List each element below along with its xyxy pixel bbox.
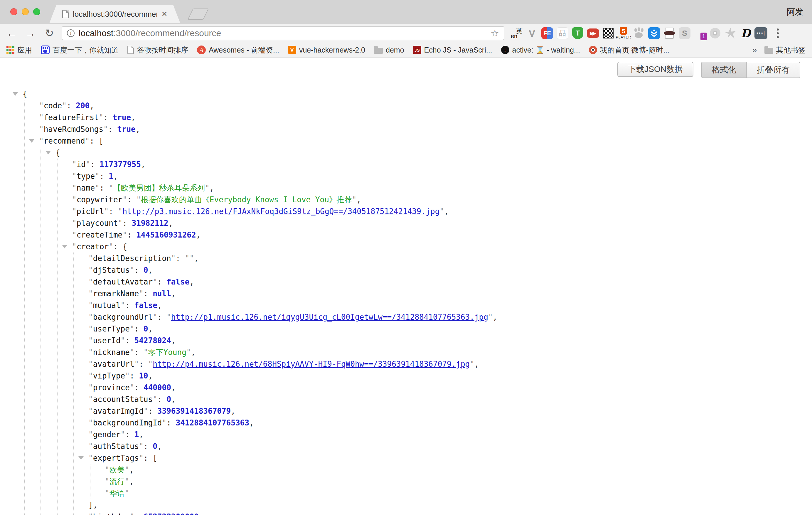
d-letter-icon[interactable]: D — [739, 26, 752, 40]
collapse-triangle-icon[interactable] — [12, 92, 18, 96]
json-key: type — [77, 172, 95, 180]
json-key: authStatus — [93, 442, 139, 451]
tab-title: localhost:3000/recommend/re — [73, 10, 157, 19]
bookmark-label: Echo JS - JavaScri... — [424, 46, 492, 54]
bookmark-star-icon[interactable]: ☆ — [491, 28, 499, 39]
close-window-button[interactable] — [10, 8, 17, 15]
json-line: "name": "【欧美男团】秒杀耳朵系列", — [72, 182, 812, 194]
json-url-link[interactable]: http://p4.music.126.net/68HSpiyAAVY-HI9-… — [153, 360, 470, 369]
zoom-window-button[interactable] — [33, 8, 40, 15]
json-key: creator — [77, 242, 109, 251]
bookmark-label: 我的首页 微博-随时... — [600, 45, 669, 55]
sitemap-icon[interactable]: 品 — [556, 26, 569, 40]
bookmarks-overflow-chevron[interactable]: » — [752, 45, 757, 55]
collapse-triangle-icon[interactable] — [78, 456, 84, 460]
tampermonkey-icon[interactable]: 1 — [693, 26, 706, 40]
json-line: "creator": { — [72, 241, 812, 253]
fe-helper-icon[interactable]: FE — [541, 26, 554, 40]
json-line: "djStatus": 0, — [88, 264, 812, 276]
json-line: "authStatus": 0, — [88, 440, 812, 452]
json-url-link[interactable]: http://p1.music.126.net/iqygU3Uicg_cL00I… — [171, 313, 488, 321]
s-letter-icon[interactable]: S — [678, 26, 691, 40]
bookmark-item[interactable]: 应用 — [6, 45, 32, 55]
json-value: 1 — [109, 172, 113, 180]
bookmark-item[interactable]: JSEcho JS - JavaScri... — [413, 46, 492, 54]
collapse-triangle-icon[interactable] — [62, 245, 67, 249]
json-line: ], — [88, 499, 812, 511]
json-string: 零下Young — [148, 348, 186, 357]
bookmark-label: vue-hackernews-2.0 — [299, 46, 365, 54]
new-tab-button[interactable] — [187, 8, 209, 20]
json-key: playcount — [77, 219, 118, 228]
json-block: "code": 200,"featureFirst": true,"haveRc… — [24, 100, 812, 515]
json-line: "birthday": 652723200000 — [88, 511, 812, 515]
forward-button[interactable]: → — [24, 28, 37, 38]
fast-forward-icon[interactable]: ▶▶ — [586, 26, 600, 40]
page-icon — [127, 46, 134, 54]
baidu-paw-icon — [41, 46, 50, 54]
bookmark-item[interactable]: demo — [374, 46, 404, 54]
json-string: 华语 — [110, 489, 125, 498]
minimize-window-button[interactable] — [22, 8, 29, 15]
json-value: 0 — [144, 266, 148, 275]
json-key: expertTags — [93, 454, 139, 462]
view-mode-segment: 格式化 折叠所有 — [701, 62, 800, 78]
json-line: "copywriter": "根据你喜欢的单曲《Everybody Knows … — [72, 194, 812, 205]
weibo-gray-icon[interactable] — [709, 26, 722, 40]
active-tab[interactable]: localhost:3000/recommend/re ✕ — [49, 5, 180, 23]
url-text: localhost:3000/recommend/resource — [79, 28, 221, 38]
format-button[interactable]: 格式化 — [702, 62, 746, 78]
vue-devtools-icon[interactable]: V — [525, 26, 539, 40]
page-info-icon[interactable]: i — [67, 29, 75, 37]
other-bookmarks-button[interactable]: 其他书签 — [764, 45, 806, 55]
collapse-triangle-icon[interactable] — [46, 151, 51, 154]
json-block: "欧美","流行","华语" — [90, 464, 812, 499]
bookmark-item[interactable]: 我的首页 微博-随时... — [589, 45, 669, 55]
json-url-link[interactable]: http://p3.music.126.net/FJAxNkFoq3dGiS9t… — [122, 207, 439, 216]
collapse-triangle-icon[interactable] — [29, 139, 34, 143]
chrome-menu-button[interactable] — [773, 28, 782, 38]
url-host: localhost — [79, 28, 113, 38]
blue-chevrons-icon[interactable] — [647, 26, 661, 40]
json-key: userType — [93, 324, 130, 333]
page-content: 下载JSON数据 格式化 折叠所有 {"code": 200,"featureF… — [0, 58, 812, 515]
json-line: "userType": 0, — [88, 323, 812, 335]
back-button[interactable]: ← — [5, 28, 18, 38]
download-json-button[interactable]: 下载JSON数据 — [617, 62, 693, 77]
json-key: id — [77, 160, 86, 169]
json-key: code — [44, 101, 62, 110]
weibo-icon — [589, 46, 597, 54]
json-line: "nickname": "零下Young", — [88, 346, 812, 358]
bookmark-item[interactable]: AAwesomes - 前端资... — [197, 45, 279, 55]
bird-icon[interactable] — [724, 26, 737, 40]
json-line: "type": 1, — [72, 170, 812, 182]
bookmark-item[interactable]: 谷歌按时间排序 — [127, 45, 188, 55]
html5-player-icon[interactable]: 5PLAYER — [617, 26, 630, 40]
page-favicon-icon — [62, 10, 69, 18]
bookmark-item[interactable]: ↓active: ⌛ - waiting... — [501, 46, 580, 54]
green-shield-icon[interactable]: T — [571, 26, 584, 40]
json-key: detailDescription — [93, 254, 171, 263]
bookmark-item[interactable]: Vvue-hackernews-2.0 — [288, 46, 365, 54]
reload-button[interactable]: ↻ — [43, 28, 56, 38]
translate-icon[interactable]: 英en — [510, 26, 523, 40]
json-key: backgroundUrl — [93, 313, 153, 321]
mask-page-icon[interactable] — [663, 26, 676, 40]
profile-name[interactable]: 阿发 — [787, 6, 803, 18]
password-manager-icon[interactable]: •••| — [754, 26, 767, 40]
json-key: gender — [93, 430, 121, 439]
tab-close-icon[interactable]: ✕ — [162, 10, 167, 18]
json-value: 0 — [144, 324, 148, 333]
json-value: true — [112, 113, 131, 122]
json-value: false — [167, 278, 190, 286]
url-path: :3000/recommend/resource — [113, 28, 221, 38]
bookmark-item[interactable]: 百度一下，你就知道 — [41, 45, 119, 55]
json-line: "accountStatus": 0, — [88, 394, 812, 405]
collapse-all-button[interactable]: 折叠所有 — [746, 62, 800, 78]
bookmark-label: 百度一下，你就知道 — [53, 45, 119, 55]
json-line: "defaultAvatar": false, — [88, 276, 812, 288]
qrcode-icon[interactable] — [602, 26, 615, 40]
paw-icon[interactable] — [632, 26, 645, 40]
json-key: vipType — [93, 371, 125, 380]
address-bar[interactable]: i localhost:3000/recommend/resource ☆ — [62, 26, 504, 40]
